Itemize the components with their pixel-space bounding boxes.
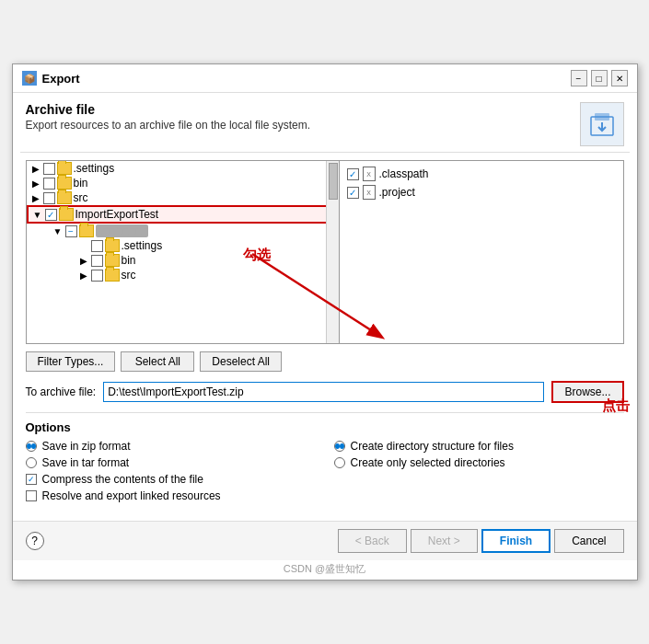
export-dialog: 📦 Export − □ ✕ Archive file Export resou… bbox=[12, 63, 638, 581]
label-project: .project bbox=[379, 186, 415, 199]
maximize-button[interactable]: □ bbox=[591, 70, 608, 86]
radio-selected-dirs-btn[interactable] bbox=[334, 457, 345, 468]
help-button[interactable]: ? bbox=[26, 532, 44, 550]
label-settings1: .settings bbox=[74, 162, 115, 175]
finish-button[interactable]: Finish bbox=[481, 529, 550, 553]
expand-src2[interactable]: ▶ bbox=[78, 270, 89, 281]
cb-src2[interactable] bbox=[91, 270, 103, 282]
title-bar-controls: − □ ✕ bbox=[571, 70, 628, 86]
section-title: Archive file bbox=[26, 102, 310, 117]
minimize-button[interactable]: − bbox=[571, 70, 587, 86]
check-compress[interactable]: ✓ Compress the contents of the file bbox=[26, 473, 316, 486]
tree-item-src2[interactable]: ▶ src bbox=[52, 268, 339, 282]
file-panels: ▶ .settings ▶ bin ▶ src bbox=[26, 160, 624, 344]
radio-tar-label: Save in tar format bbox=[42, 456, 130, 469]
section-icon bbox=[580, 102, 624, 146]
check-resolve-label: Resolve and export linked resources bbox=[42, 489, 221, 502]
folder-icon-src2 bbox=[105, 269, 120, 282]
cb-src1[interactable] bbox=[43, 192, 55, 204]
label-subproject: ■■■■■■■■ bbox=[96, 224, 149, 237]
tree-item-settings1[interactable]: ▶ .settings bbox=[27, 161, 339, 176]
radio-selected-dirs[interactable]: Create only selected directories bbox=[334, 456, 624, 469]
cb-bin2[interactable] bbox=[91, 255, 103, 267]
radio-dir-structure[interactable]: Create directory structure for files bbox=[334, 440, 624, 453]
archive-row: To archive file: Browse... bbox=[26, 381, 624, 403]
options-right-col: Create directory structure for files Cre… bbox=[334, 440, 624, 506]
back-button[interactable]: < Back bbox=[338, 529, 407, 553]
cb-bin1[interactable] bbox=[43, 178, 55, 190]
file-icon-project: X bbox=[363, 185, 376, 200]
watermark: CSDN @盛世知忆 bbox=[13, 560, 637, 580]
cb-importexporttest[interactable]: ✓ bbox=[45, 209, 57, 221]
window-title: Export bbox=[42, 72, 80, 86]
options-columns: Save in zip format Save in tar format ✓ … bbox=[26, 440, 624, 506]
expand-importexporttest[interactable]: ▼ bbox=[32, 209, 43, 220]
expand-settings2[interactable] bbox=[78, 240, 89, 251]
left-tree-panel[interactable]: ▶ .settings ▶ bin ▶ src bbox=[27, 161, 340, 343]
label-src2: src bbox=[122, 269, 136, 282]
tree-item-bin1[interactable]: ▶ bin bbox=[27, 176, 339, 190]
options-title: Options bbox=[26, 420, 624, 434]
folder-icon-subproject bbox=[79, 224, 94, 237]
tree-item-src1[interactable]: ▶ src bbox=[27, 190, 339, 205]
scroll-thumb[interactable] bbox=[329, 163, 338, 200]
folder-icon-importexporttest bbox=[59, 208, 74, 221]
radio-tar-btn[interactable] bbox=[26, 457, 37, 468]
folder-icon-bin1 bbox=[57, 177, 72, 190]
tree-item-bin2[interactable]: ▶ bin bbox=[52, 253, 339, 268]
cb-classpath[interactable]: ✓ bbox=[347, 168, 359, 180]
options-left-col: Save in zip format Save in tar format ✓ … bbox=[26, 440, 316, 506]
radio-selected-dirs-label: Create only selected directories bbox=[351, 456, 505, 469]
tree-item-importexporttest[interactable]: ▼ ✓ ImportExportTest bbox=[27, 205, 339, 224]
archive-label: To archive file: bbox=[26, 385, 97, 398]
label-importexporttest: ImportExportTest bbox=[75, 208, 159, 221]
archive-input[interactable] bbox=[103, 382, 544, 402]
expand-src1[interactable]: ▶ bbox=[30, 192, 41, 203]
check-resolve[interactable]: Resolve and export linked resources bbox=[26, 489, 316, 502]
radio-dir-structure-btn[interactable] bbox=[334, 441, 345, 452]
next-button[interactable]: Next > bbox=[411, 529, 478, 553]
title-bar-left: 📦 Export bbox=[22, 71, 80, 86]
radio-zip[interactable]: Save in zip format bbox=[26, 440, 316, 453]
options-section: Options Save in zip format Save in tar f… bbox=[26, 412, 624, 506]
folder-icon-src1 bbox=[57, 191, 72, 204]
cb-settings2[interactable] bbox=[91, 240, 103, 252]
expand-bin1[interactable]: ▶ bbox=[30, 178, 41, 189]
left-scrollbar[interactable] bbox=[326, 161, 339, 343]
right-file-classpath[interactable]: ✓ X .classpath bbox=[343, 165, 620, 183]
radio-zip-btn[interactable] bbox=[26, 441, 37, 452]
check-compress-label: Compress the contents of the file bbox=[42, 473, 203, 486]
close-button[interactable]: ✕ bbox=[611, 70, 628, 86]
radio-tar[interactable]: Save in tar format bbox=[26, 456, 316, 469]
expand-bin2[interactable]: ▶ bbox=[78, 255, 89, 266]
browse-button[interactable]: Browse... bbox=[551, 381, 623, 403]
label-bin2: bin bbox=[122, 254, 136, 267]
right-panel[interactable]: ✓ X .classpath ✓ X .project bbox=[340, 161, 623, 343]
check-resolve-btn[interactable] bbox=[26, 490, 37, 501]
section-header: Archive file Export resources to an arch… bbox=[13, 93, 637, 152]
cb-settings1[interactable] bbox=[43, 163, 55, 175]
title-bar: 📦 Export − □ ✕ bbox=[13, 64, 637, 93]
label-classpath: .classpath bbox=[379, 167, 429, 180]
file-icon-classpath: X bbox=[363, 167, 376, 181]
tree-item-subproject[interactable]: ▼ − ■■■■■■■■ bbox=[40, 224, 339, 238]
check-compress-btn[interactable]: ✓ bbox=[26, 474, 37, 485]
select-all-button[interactable]: Select All bbox=[121, 351, 194, 372]
expand-settings1[interactable]: ▶ bbox=[30, 163, 41, 174]
nav-buttons: < Back Next > Finish Cancel bbox=[338, 529, 624, 553]
tree-item-settings2[interactable]: .settings bbox=[52, 238, 339, 253]
bottom-bar: ? < Back Next > Finish Cancel bbox=[13, 521, 637, 560]
label-bin1: bin bbox=[74, 177, 88, 190]
right-file-project[interactable]: ✓ X .project bbox=[343, 183, 620, 201]
expand-subproject[interactable]: ▼ bbox=[52, 225, 64, 236]
deselect-all-button[interactable]: Deselect All bbox=[200, 351, 282, 372]
label-src1: src bbox=[74, 191, 88, 204]
cancel-button[interactable]: Cancel bbox=[554, 529, 623, 553]
filter-types-button[interactable]: Filter Types... bbox=[26, 351, 116, 372]
section-description: Export resources to an archive file on t… bbox=[26, 119, 310, 132]
cb-project[interactable]: ✓ bbox=[347, 187, 359, 199]
section-info: Archive file Export resources to an arch… bbox=[26, 102, 310, 132]
cb-subproject[interactable]: − bbox=[65, 225, 77, 237]
svg-rect-1 bbox=[595, 113, 609, 121]
label-settings2: .settings bbox=[122, 239, 163, 252]
